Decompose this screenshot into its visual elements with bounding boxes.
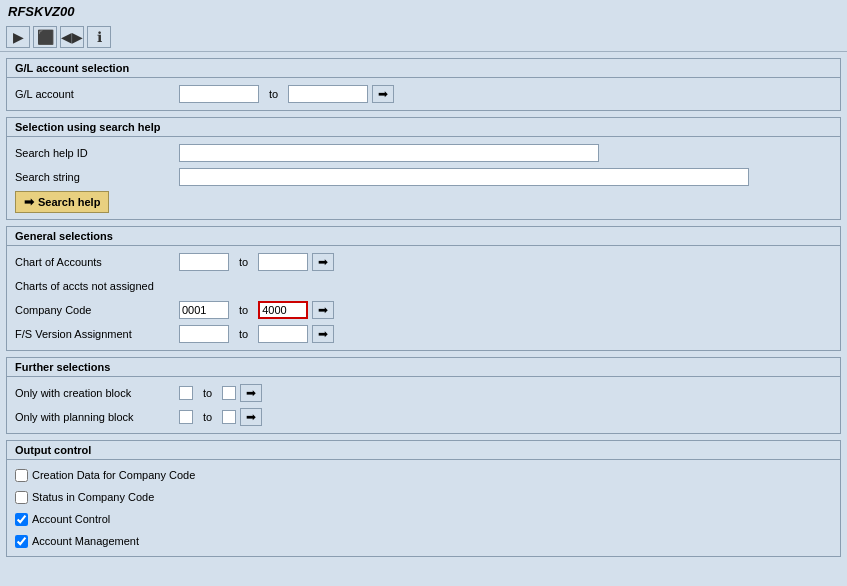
planning-block-arrow-button[interactable]: ➡ xyxy=(240,408,262,426)
search-help-btn-row: ➡ Search help xyxy=(15,191,832,213)
search-help-button[interactable]: ➡ Search help xyxy=(15,191,109,213)
general-selections-body: Chart of Accounts to ➡ Charts of accts n… xyxy=(7,246,840,350)
gl-account-row: G/L account to ➡ xyxy=(15,84,832,104)
planning-block-from-input[interactable] xyxy=(179,410,193,424)
company-code-row: Company Code to ➡ xyxy=(15,300,832,320)
general-selections-section: General selections Chart of Accounts to … xyxy=(6,226,841,351)
chart-of-accounts-from-input[interactable] xyxy=(179,253,229,271)
planning-block-label: Only with planning block xyxy=(15,411,175,423)
creation-block-arrow-button[interactable]: ➡ xyxy=(240,384,262,402)
company-code-label: Company Code xyxy=(15,304,175,316)
creation-block-to-label: to xyxy=(197,387,218,399)
save-button[interactable]: ⬛ xyxy=(33,26,57,48)
creation-data-label: Creation Data for Company Code xyxy=(32,469,195,481)
creation-block-from-input[interactable] xyxy=(179,386,193,400)
further-selections-section: Further selections Only with creation bl… xyxy=(6,357,841,434)
gl-account-to-label: to xyxy=(263,88,284,100)
account-control-checkbox-row: Account Control xyxy=(15,510,832,528)
execute-button[interactable]: ▶ xyxy=(6,26,30,48)
general-selections-header: General selections xyxy=(7,227,840,246)
company-code-from-input[interactable] xyxy=(179,301,229,319)
search-help-btn-icon: ➡ xyxy=(24,195,34,209)
status-company-code-checkbox-row: Status in Company Code xyxy=(15,488,832,506)
toolbar: ▶ ⬛ ◀▶ ℹ xyxy=(0,23,847,52)
fs-version-arrow-button[interactable]: ➡ xyxy=(312,325,334,343)
status-company-code-checkbox[interactable] xyxy=(15,491,28,504)
search-string-input[interactable] xyxy=(179,168,749,186)
output-control-section: Output control Creation Data for Company… xyxy=(6,440,841,557)
charts-not-assigned-label: Charts of accts not assigned xyxy=(15,280,175,292)
account-control-checkbox[interactable] xyxy=(15,513,28,526)
charts-not-assigned-row: Charts of accts not assigned xyxy=(15,276,832,296)
chart-of-accounts-to-input[interactable] xyxy=(258,253,308,271)
gl-account-to-input[interactable] xyxy=(288,85,368,103)
fs-version-label: F/S Version Assignment xyxy=(15,328,175,340)
account-management-checkbox-row: Account Management xyxy=(15,532,832,550)
search-help-header: Selection using search help xyxy=(7,118,840,137)
search-help-id-input[interactable] xyxy=(179,144,599,162)
output-control-body: Creation Data for Company Code Status in… xyxy=(7,460,840,556)
output-control-header: Output control xyxy=(7,441,840,460)
creation-data-checkbox-row: Creation Data for Company Code xyxy=(15,466,832,484)
planning-block-to-input[interactable] xyxy=(222,410,236,424)
gl-account-from-input[interactable] xyxy=(179,85,259,103)
gl-account-section: G/L account selection G/L account to ➡ xyxy=(6,58,841,111)
app-title: RFSKVZ00 xyxy=(8,4,74,19)
chart-of-accounts-arrow-button[interactable]: ➡ xyxy=(312,253,334,271)
company-code-to-input[interactable] xyxy=(258,301,308,319)
further-selections-header: Further selections xyxy=(7,358,840,377)
search-help-section: Selection using search help Search help … xyxy=(6,117,841,220)
chart-of-accounts-to-label: to xyxy=(233,256,254,268)
gl-account-arrow-button[interactable]: ➡ xyxy=(372,85,394,103)
account-control-label: Account Control xyxy=(32,513,110,525)
company-code-to-label: to xyxy=(233,304,254,316)
chart-of-accounts-label: Chart of Accounts xyxy=(15,256,175,268)
back-button[interactable]: ◀▶ xyxy=(60,26,84,48)
search-string-label: Search string xyxy=(15,171,175,183)
account-management-label: Account Management xyxy=(32,535,139,547)
account-management-checkbox[interactable] xyxy=(15,535,28,548)
fs-version-from-input[interactable] xyxy=(179,325,229,343)
creation-data-checkbox[interactable] xyxy=(15,469,28,482)
search-string-row: Search string xyxy=(15,167,832,187)
gl-account-label: G/L account xyxy=(15,88,175,100)
creation-block-to-input[interactable] xyxy=(222,386,236,400)
title-bar: RFSKVZ00 xyxy=(0,0,847,23)
fs-version-row: F/S Version Assignment to ➡ xyxy=(15,324,832,344)
gl-account-header: G/L account selection xyxy=(7,59,840,78)
search-help-id-row: Search help ID xyxy=(15,143,832,163)
planning-block-to-label: to xyxy=(197,411,218,423)
chart-of-accounts-row: Chart of Accounts to ➡ xyxy=(15,252,832,272)
search-help-id-label: Search help ID xyxy=(15,147,175,159)
further-selections-body: Only with creation block to ➡ Only with … xyxy=(7,377,840,433)
status-company-code-label: Status in Company Code xyxy=(32,491,154,503)
creation-block-row: Only with creation block to ➡ xyxy=(15,383,832,403)
search-help-btn-label: Search help xyxy=(38,196,100,208)
fs-version-to-input[interactable] xyxy=(258,325,308,343)
gl-account-body: G/L account to ➡ xyxy=(7,78,840,110)
planning-block-row: Only with planning block to ➡ xyxy=(15,407,832,427)
creation-block-label: Only with creation block xyxy=(15,387,175,399)
company-code-arrow-button[interactable]: ➡ xyxy=(312,301,334,319)
fs-version-to-label: to xyxy=(233,328,254,340)
search-help-body: Search help ID Search string ➡ Search he… xyxy=(7,137,840,219)
main-content: G/L account selection G/L account to ➡ S… xyxy=(0,52,847,563)
info-button[interactable]: ℹ xyxy=(87,26,111,48)
